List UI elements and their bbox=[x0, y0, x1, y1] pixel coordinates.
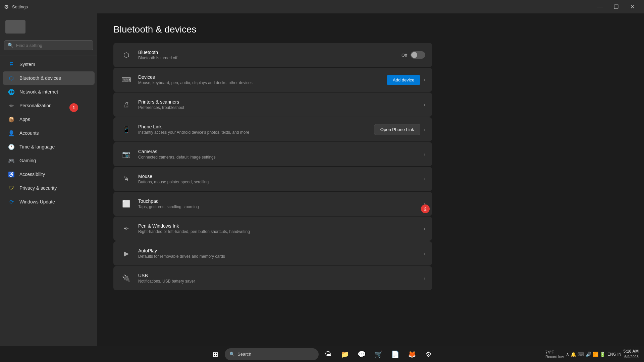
notification-icon[interactable]: 🔔 bbox=[571, 352, 576, 357]
taskbar-widgets[interactable]: 🌤 bbox=[321, 347, 335, 362]
nav-icon-gaming: 🎮 bbox=[8, 157, 15, 164]
setting-text-touchpad: Touchpad Taps, gestures, scrolling, zoom… bbox=[138, 198, 418, 209]
taskbar-search-label: Search bbox=[237, 352, 251, 357]
setting-desc-usb: Notifications, USB battery saver bbox=[138, 279, 418, 284]
setting-icon-cameras: 📷 bbox=[120, 148, 132, 160]
setting-action-cameras: › bbox=[424, 152, 425, 157]
sidebar-item-time[interactable]: 🕐 Time & language bbox=[3, 140, 95, 154]
title-bar: ⚙ Settings — ❐ ✕ bbox=[0, 0, 644, 13]
volume-icon[interactable]: 🔊 bbox=[586, 352, 591, 357]
network-icon[interactable]: 📶 bbox=[593, 352, 598, 357]
setting-title-autoplay: AutoPlay bbox=[138, 248, 418, 253]
setting-icon-mouse: 🖱 bbox=[120, 173, 132, 185]
setting-desc-devices: Mouse, keyboard, pen, audio, displays an… bbox=[138, 80, 381, 85]
sidebar-item-personalization[interactable]: ✏ Personalization bbox=[3, 99, 95, 112]
nav-list: 🖥 System ⬡ Bluetooth & devices 🌐 Network… bbox=[0, 57, 97, 209]
nav-label-gaming: Gaming bbox=[19, 158, 36, 163]
setting-text-mouse: Mouse Buttons, mouse pointer speed, scro… bbox=[138, 174, 418, 184]
settings-item-touchpad[interactable]: ⬜ Touchpad Taps, gestures, scrolling, zo… bbox=[113, 192, 432, 216]
setting-action-touchpad: › bbox=[424, 201, 425, 206]
settings-item-mouse[interactable]: 🖱 Mouse Buttons, mouse pointer speed, sc… bbox=[113, 167, 432, 191]
nav-label-accounts: Accounts bbox=[19, 130, 39, 136]
chevron-up-icon[interactable]: ∧ bbox=[566, 352, 569, 357]
setting-text-usb: USB Notifications, USB battery saver bbox=[138, 273, 418, 284]
settings-item-phonelink[interactable]: 📱 Phone Link Instantly access your Andro… bbox=[113, 117, 432, 141]
chevron-icon: › bbox=[424, 152, 425, 157]
sidebar-item-accounts[interactable]: 👤 Accounts bbox=[3, 126, 95, 140]
nav-label-apps: Apps bbox=[19, 117, 30, 122]
setting-text-cameras: Cameras Connected cameras, default image… bbox=[138, 149, 418, 160]
sidebar-item-network[interactable]: 🌐 Network & internet bbox=[3, 85, 95, 99]
taskbar-firefox[interactable]: 🦊 bbox=[405, 347, 419, 362]
sidebar-item-accessibility[interactable]: ♿ Accessibility bbox=[3, 168, 95, 181]
chevron-icon: › bbox=[424, 201, 425, 206]
nav-label-network: Network & internet bbox=[19, 89, 58, 95]
settings-item-autoplay[interactable]: ▶ AutoPlay Defaults for removable drives… bbox=[113, 241, 432, 265]
settings-list: ⬡ Bluetooth Bluetooth is turned off Off … bbox=[113, 43, 432, 290]
search-input[interactable] bbox=[16, 43, 90, 48]
settings-item-bluetooth[interactable]: ⬡ Bluetooth Bluetooth is turned off Off bbox=[113, 43, 432, 67]
taskbar-teams[interactable]: 💬 bbox=[354, 347, 369, 362]
taskbar-clock[interactable]: 5:16 AM 6/9/2023 bbox=[623, 349, 639, 359]
nav-icon-apps: 📦 bbox=[8, 116, 15, 123]
setting-icon-devices: ⌨ bbox=[120, 74, 132, 86]
sidebar-item-system[interactable]: 🖥 System bbox=[3, 58, 95, 71]
open-phone-link-button[interactable]: Open Phone Link bbox=[374, 124, 420, 135]
keyboard-icon[interactable]: ⌨ bbox=[578, 352, 584, 357]
start-button[interactable]: ⊞ bbox=[208, 347, 223, 362]
setting-title-usb: USB bbox=[138, 273, 418, 278]
settings-item-cameras[interactable]: 📷 Cameras Connected cameras, default ima… bbox=[113, 142, 432, 166]
taskbar-weather: 74°F Record low bbox=[545, 350, 564, 359]
sidebar-item-update[interactable]: ⟳ Windows Update bbox=[3, 195, 95, 208]
toggle-label-bluetooth: Off bbox=[401, 53, 407, 58]
setting-desc-phonelink: Instantly access your Android device's p… bbox=[138, 130, 368, 135]
setting-icon-pen: ✒ bbox=[120, 223, 132, 235]
maximize-button[interactable]: ❐ bbox=[608, 1, 624, 12]
setting-title-pen: Pen & Windows Ink bbox=[138, 223, 418, 229]
setting-desc-autoplay: Defaults for removable drives and memory… bbox=[138, 254, 418, 259]
taskbar-explorer[interactable]: 📁 bbox=[337, 347, 352, 362]
settings-item-devices[interactable]: ⌨ Devices Mouse, keyboard, pen, audio, d… bbox=[113, 68, 432, 92]
taskbar-search[interactable]: 🔍 Search bbox=[225, 348, 319, 360]
search-box[interactable]: 🔍 bbox=[4, 40, 93, 50]
nav-icon-update: ⟳ bbox=[8, 198, 15, 205]
settings-item-usb[interactable]: 🔌 USB Notifications, USB battery saver › bbox=[113, 266, 432, 290]
chevron-icon: › bbox=[424, 77, 425, 82]
close-button[interactable]: ✕ bbox=[625, 1, 640, 12]
add-device-button[interactable]: Add device bbox=[387, 75, 420, 85]
toggle-bluetooth[interactable] bbox=[411, 51, 425, 59]
title-bar-left: ⚙ Settings bbox=[4, 4, 28, 10]
setting-icon-autoplay: ▶ bbox=[120, 247, 132, 259]
sidebar-item-privacy[interactable]: 🛡 Privacy & security bbox=[3, 181, 95, 195]
chevron-icon: › bbox=[424, 251, 425, 256]
taskbar-icons: ∧ 🔔 ⌨ 🔊 📶 🔋 bbox=[566, 352, 605, 357]
page-title: Bluetooth & devices bbox=[113, 24, 628, 35]
setting-desc-touchpad: Taps, gestures, scrolling, zooming bbox=[138, 204, 418, 209]
nav-icon-network: 🌐 bbox=[8, 88, 15, 95]
setting-text-printers: Printers & scanners Preferences, trouble… bbox=[138, 99, 418, 110]
setting-desc-bluetooth: Bluetooth is turned off bbox=[138, 56, 395, 60]
setting-title-bluetooth: Bluetooth bbox=[138, 50, 395, 55]
setting-action-pen: › bbox=[424, 226, 425, 231]
sidebar-item-apps[interactable]: 📦 Apps bbox=[3, 113, 95, 126]
chevron-icon: › bbox=[424, 127, 425, 132]
sidebar-item-gaming[interactable]: 🎮 Gaming bbox=[3, 154, 95, 167]
setting-text-phonelink: Phone Link Instantly access your Android… bbox=[138, 124, 368, 135]
taskbar-files[interactable]: 📄 bbox=[388, 347, 402, 362]
battery-icon[interactable]: 🔋 bbox=[600, 352, 605, 357]
nav-label-privacy: Privacy & security bbox=[19, 185, 57, 191]
window-title: Settings bbox=[12, 4, 28, 9]
minimize-button[interactable]: — bbox=[592, 1, 608, 12]
settings-item-printers[interactable]: 🖨 Printers & scanners Preferences, troub… bbox=[113, 93, 432, 117]
nav-label-time: Time & language bbox=[19, 144, 55, 149]
taskbar-store[interactable]: 🛒 bbox=[371, 347, 386, 362]
search-icon: 🔍 bbox=[8, 43, 13, 48]
setting-title-printers: Printers & scanners bbox=[138, 99, 418, 105]
settings-item-pen[interactable]: ✒ Pen & Windows Ink Right-handed or left… bbox=[113, 217, 432, 241]
setting-icon-bluetooth: ⬡ bbox=[120, 49, 132, 61]
clock-date: 6/9/2023 bbox=[623, 354, 639, 359]
sidebar: 🔍 🖥 System ⬡ Bluetooth & devices 🌐 Netwo… bbox=[0, 13, 97, 346]
taskbar-settings-icon[interactable]: ⚙ bbox=[421, 347, 436, 362]
sidebar-item-bluetooth[interactable]: ⬡ Bluetooth & devices bbox=[3, 71, 95, 85]
taskbar-lang[interactable]: ENG IN bbox=[607, 352, 621, 357]
